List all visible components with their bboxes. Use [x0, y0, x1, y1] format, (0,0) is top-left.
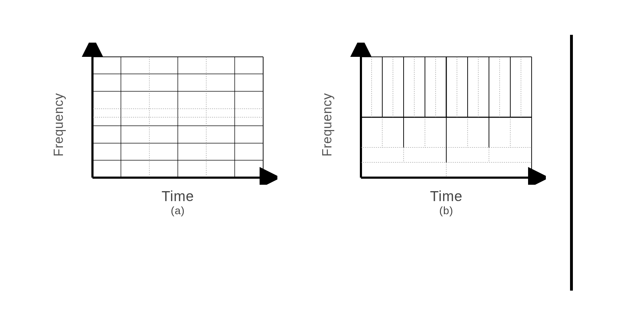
- panel-a-ylabel: Frequency: [51, 80, 66, 169]
- right-vertical-bar: [570, 35, 573, 291]
- panel-a-xlabel: Time: [78, 188, 277, 204]
- panel-a-sublabel: (a): [78, 205, 277, 217]
- panel-a-svg: [78, 43, 277, 185]
- panel-b: Frequency: [325, 43, 567, 217]
- panel-a-plot: [78, 43, 277, 185]
- panel-b-plot: [347, 43, 546, 185]
- panel-b-svg: [347, 43, 546, 185]
- panel-b-xlabel: Time: [347, 188, 546, 204]
- panel-a: Frequency: [57, 43, 299, 217]
- panel-b-ylabel: Frequency: [320, 80, 335, 169]
- page: Frequency: [0, 0, 644, 313]
- panel-b-sublabel: (b): [347, 205, 546, 217]
